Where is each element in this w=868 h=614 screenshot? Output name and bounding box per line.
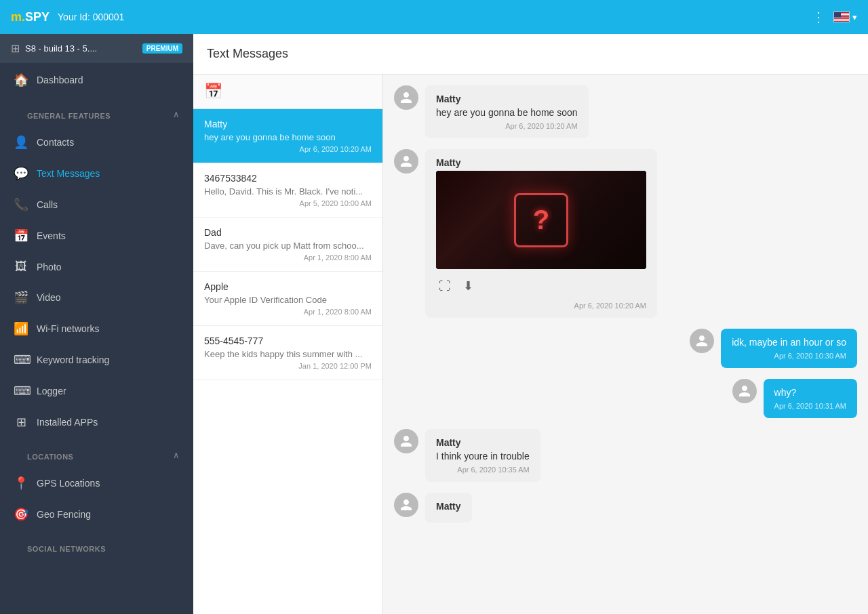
- sidebar-item-geo-fencing-label: Geo Fencing: [37, 509, 91, 520]
- sidebar-item-video-label: Video: [37, 292, 61, 303]
- chevron-icon: ▾: [852, 12, 857, 22]
- premium-badge: PREMIUM: [142, 43, 182, 54]
- sidebar-item-text-messages[interactable]: 💬 Text Messages: [0, 158, 193, 189]
- calendar-icon[interactable]: 📅: [204, 83, 222, 100]
- sidebar-item-photo-label: Photo: [37, 262, 62, 272]
- message-image: ?: [436, 171, 646, 269]
- bubble-text: I think youre in trouble: [436, 451, 530, 462]
- photo-icon: 🖼: [14, 260, 28, 274]
- avatar-self: [732, 379, 757, 403]
- device-bar[interactable]: ⊞ S8 - build 13 - 5.... PREMIUM: [0, 34, 193, 63]
- bubble-sender: Matty: [436, 437, 530, 448]
- msg-preview-text: hey are you gonna be home soon: [204, 132, 372, 142]
- logo: m.SPY: [11, 10, 50, 24]
- message-list-header: 📅: [193, 75, 382, 109]
- social-section: SOCIAL NETWORKS: [0, 530, 193, 560]
- user-id: Your Id: 000001: [58, 12, 124, 22]
- more-options-button[interactable]: ⋮: [812, 9, 825, 25]
- sidebar-item-geo-fencing[interactable]: 🎯 Geo Fencing: [0, 499, 193, 530]
- avatar-self: [690, 329, 714, 353]
- sidebar-item-gps-label: GPS Locations: [37, 478, 100, 489]
- sidebar-item-events-label: Events: [37, 230, 66, 241]
- sidebar-item-contacts[interactable]: 👤 Contacts: [0, 127, 193, 158]
- bubble-text: hey are you gonna be home soon: [436, 107, 578, 118]
- expand-button[interactable]: ⛶: [436, 276, 454, 296]
- general-features-section: GENERAL FEATURES ∧: [0, 97, 193, 127]
- msg-sender-name: 555-4545-777: [204, 335, 372, 346]
- message-bubble-sent: why? Apr 6, 2020 10:31 AM: [764, 379, 857, 418]
- dashboard-label: Dashboard: [37, 75, 83, 85]
- message-bubble: Matty I think youre in trouble Apr 6, 20…: [425, 429, 540, 482]
- list-item[interactable]: 555-4545-777 Keep the kids happy this su…: [193, 326, 382, 380]
- apps-icon: ⊞: [14, 415, 28, 430]
- sidebar-item-dashboard[interactable]: 🏠 Dashboard: [0, 63, 193, 97]
- header-right: ⋮ ▾: [812, 9, 857, 25]
- avatar: [394, 493, 418, 517]
- sidebar-item-logger[interactable]: ⌨ Logger: [0, 375, 193, 407]
- sidebar-item-logger-label: Logger: [37, 386, 66, 396]
- msg-preview-text: Dave, can you pick up Matt from schoo...: [204, 241, 372, 251]
- message-row: Matty ? ⛶ ⬇ Apr 6, 2020 10: [394, 149, 857, 318]
- social-label: SOCIAL NETWORKS: [14, 537, 119, 557]
- list-item[interactable]: 3467533842 Hello, David. This is Mr. Bla…: [193, 163, 382, 218]
- video-icon: 🎬: [14, 290, 28, 305]
- sidebar-item-video[interactable]: 🎬 Video: [0, 282, 193, 313]
- msg-preview-text: Hello, David. This is Mr. Black. I've no…: [204, 186, 372, 197]
- message-row: Matty I think youre in trouble Apr 6, 20…: [394, 429, 857, 482]
- bubble-date: Apr 6, 2020 10:35 AM: [436, 466, 530, 474]
- bubble-date: Apr 6, 2020 10:30 AM: [732, 352, 846, 360]
- bubble-sender: Matty: [436, 157, 646, 168]
- header-left: m.SPY Your Id: 000001: [11, 10, 124, 24]
- msg-date: Jan 1, 2020 12:00 PM: [204, 362, 372, 370]
- sidebar-item-calls-label: Calls: [37, 199, 58, 210]
- geo-fencing-icon: 🎯: [14, 507, 28, 522]
- messages-icon: 💬: [14, 166, 28, 181]
- message-bubble-sent: idk, maybe in an hour or so Apr 6, 2020 …: [721, 329, 857, 368]
- sidebar-item-calls[interactable]: 📞 Calls: [0, 189, 193, 220]
- sidebar-item-photo[interactable]: 🖼 Photo: [0, 251, 193, 282]
- list-item[interactable]: Apple Your Apple ID Verification Code Ap…: [193, 272, 382, 326]
- bubble-date: Apr 6, 2020 10:20 AM: [436, 122, 578, 130]
- page-title: Text Messages: [207, 47, 288, 61]
- contacts-icon: 👤: [14, 135, 28, 150]
- language-selector[interactable]: ▾: [833, 12, 857, 22]
- message-row: Matty: [394, 493, 857, 523]
- general-features-label: GENERAL FEATURES: [14, 104, 124, 124]
- sidebar-item-gps[interactable]: 📍 GPS Locations: [0, 468, 193, 499]
- sidebar-item-events[interactable]: 📅 Events: [0, 220, 193, 251]
- sidebar-item-wifi[interactable]: 📶 Wi-Fi networks: [0, 313, 193, 344]
- locations-section: LOCATIONS ∧: [0, 438, 193, 468]
- logger-icon: ⌨: [14, 384, 28, 398]
- list-item[interactable]: Matty hey are you gonna be home soon Apr…: [193, 109, 382, 163]
- android-icon: ⊞: [11, 42, 20, 55]
- gps-icon: 📍: [14, 476, 28, 491]
- avatar: [394, 429, 418, 453]
- message-row: idk, maybe in an hour or so Apr 6, 2020 …: [394, 329, 857, 368]
- msg-sender-name: 3467533842: [204, 173, 372, 184]
- general-features-collapse[interactable]: ∧: [173, 109, 180, 119]
- locations-collapse[interactable]: ∧: [173, 450, 180, 460]
- chat-view: Matty hey are you gonna be home soon Apr…: [383, 75, 868, 614]
- bubble-date: Apr 6, 2020 10:31 AM: [774, 402, 846, 410]
- list-item[interactable]: Dad Dave, can you pick up Matt from scho…: [193, 218, 382, 272]
- question-mark-box: ?: [514, 193, 568, 247]
- sidebar-item-keyword[interactable]: ⌨ Keyword tracking: [0, 344, 193, 375]
- msg-date: Apr 1, 2020 8:00 AM: [204, 308, 372, 316]
- events-icon: 📅: [14, 228, 28, 243]
- top-header: m.SPY Your Id: 000001 ⋮ ▾: [0, 0, 868, 34]
- sidebar-item-installed-apps[interactable]: ⊞ Installed APPs: [0, 407, 193, 438]
- download-button[interactable]: ⬇: [460, 276, 476, 296]
- image-background: ?: [436, 171, 646, 269]
- msg-date: Apr 5, 2020 10:00 AM: [204, 199, 372, 207]
- message-list: 📅 Matty hey are you gonna be home soon A…: [193, 75, 383, 614]
- us-flag-icon: [833, 12, 850, 22]
- sidebar-item-contacts-label: Contacts: [37, 137, 74, 148]
- message-bubble-image: Matty ? ⛶ ⬇ Apr 6, 2020 10: [425, 149, 657, 318]
- content-area: 📅 Matty hey are you gonna be home soon A…: [193, 75, 868, 614]
- avatar: [394, 149, 418, 173]
- msg-preview-text: Your Apple ID Verification Code: [204, 295, 372, 305]
- bubble-date: Apr 6, 2020 10:20 AM: [436, 302, 646, 310]
- image-actions: ⛶ ⬇: [436, 276, 646, 296]
- msg-sender-name: Dad: [204, 227, 372, 238]
- message-bubble-partial: Matty: [425, 493, 472, 523]
